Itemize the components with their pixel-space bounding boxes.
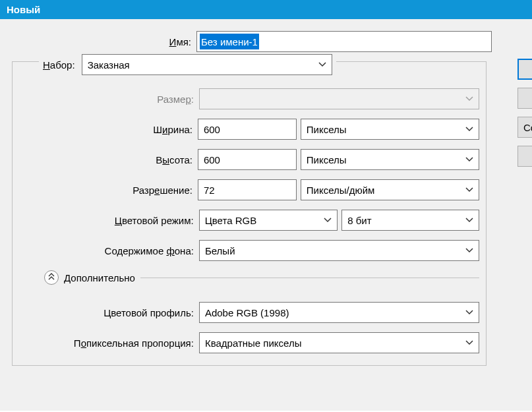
double-chevron-up-icon: [48, 273, 55, 283]
name-label: Имя:: [12, 36, 196, 47]
height-label: Высота:: [19, 154, 198, 165]
chevron-down-icon: [465, 127, 473, 132]
resolution-label: Разрешение:: [19, 185, 198, 196]
width-label: Ширина:: [19, 124, 198, 135]
color-mode-row: Цветовой режим: Цвета RGB 8 бит: [19, 210, 479, 231]
color-mode-select[interactable]: Цвета RGB: [199, 210, 338, 231]
divider: [140, 278, 479, 278]
background-row: Содержимое фона: Белый: [19, 240, 479, 261]
preset-label: Набор:: [43, 59, 75, 71]
color-profile-label: Цветовой профиль:: [19, 307, 199, 318]
bit-depth-value: 8 бит: [347, 215, 371, 226]
chevron-down-icon: [318, 62, 326, 67]
preset-value: Заказная: [88, 59, 130, 71]
chevron-down-icon: [465, 157, 473, 162]
advanced-row: Дополнительно: [44, 270, 479, 285]
height-unit-select[interactable]: Пикселы: [301, 149, 479, 170]
name-input-wrap: Без имени-1: [196, 31, 492, 52]
name-row: Имя: Без имени-1: [12, 31, 532, 52]
preset-select[interactable]: Заказная: [82, 54, 332, 75]
dialog-client: Имя: Без имени-1 Набор: Заказная Размер:: [0, 19, 532, 411]
color-profile-row: Цветовой профиль: Adobe RGB (1998): [19, 302, 479, 323]
resolution-unit-value: Пикселы/дюйм: [307, 185, 375, 196]
background-value: Белый: [205, 245, 235, 256]
width-unit-value: Пикселы: [307, 124, 347, 135]
height-input[interactable]: [198, 149, 297, 170]
chevron-down-icon: [465, 96, 473, 102]
name-selection: Без имени-1: [200, 34, 259, 49]
chevron-down-icon: [465, 248, 473, 253]
width-input[interactable]: [198, 119, 297, 140]
chevron-down-icon: [324, 218, 332, 223]
chevron-down-icon: [465, 218, 473, 223]
dialog-titlebar: Новый: [0, 0, 532, 19]
size-label: Размер:: [19, 94, 199, 105]
chevron-down-icon: [465, 340, 473, 345]
resolution-unit-select[interactable]: Пикселы/дюйм: [301, 179, 479, 200]
color-profile-select[interactable]: Adobe RGB (1998): [199, 302, 479, 323]
save-preset-button[interactable]: Со: [517, 117, 532, 138]
resolution-input[interactable]: [198, 179, 297, 200]
chevron-down-icon: [465, 187, 473, 192]
delete-preset-button[interactable]: [517, 146, 532, 167]
pixel-aspect-row: Попиксельная пропорция: Квадратные пиксе…: [19, 332, 479, 353]
width-unit-select[interactable]: Пикселы: [301, 119, 479, 140]
side-buttons: Со: [517, 59, 532, 167]
pixel-aspect-label: Попиксельная пропорция:: [19, 338, 199, 349]
width-row: Ширина: Пикселы: [19, 119, 479, 140]
advanced-toggle[interactable]: [44, 270, 59, 285]
bit-depth-select[interactable]: 8 бит: [341, 210, 479, 231]
resolution-row: Разрешение: Пикселы/дюйм: [19, 179, 479, 200]
preset-fieldset: Набор: Заказная Размер: Ширина:: [12, 61, 487, 366]
pixel-aspect-select[interactable]: Квадратные пикселы: [199, 332, 479, 353]
height-row: Высота: Пикселы: [19, 149, 479, 170]
size-select: [199, 88, 479, 109]
background-label: Содержимое фона:: [19, 245, 199, 256]
advanced-label: Дополнительно: [64, 272, 135, 283]
cancel-button[interactable]: [517, 88, 532, 109]
color-profile-value: Adobe RGB (1998): [205, 307, 289, 318]
background-select[interactable]: Белый: [199, 240, 479, 261]
preset-legend: Набор: Заказная: [39, 54, 336, 75]
size-row: Размер:: [19, 88, 479, 109]
dialog-title: Новый: [7, 4, 40, 15]
ok-button[interactable]: [517, 59, 532, 80]
chevron-down-icon: [465, 310, 473, 315]
color-mode-label: Цветовой режим:: [19, 215, 199, 226]
height-unit-value: Пикселы: [307, 154, 347, 165]
color-mode-value: Цвета RGB: [205, 215, 256, 226]
pixel-aspect-value: Квадратные пикселы: [205, 338, 302, 349]
